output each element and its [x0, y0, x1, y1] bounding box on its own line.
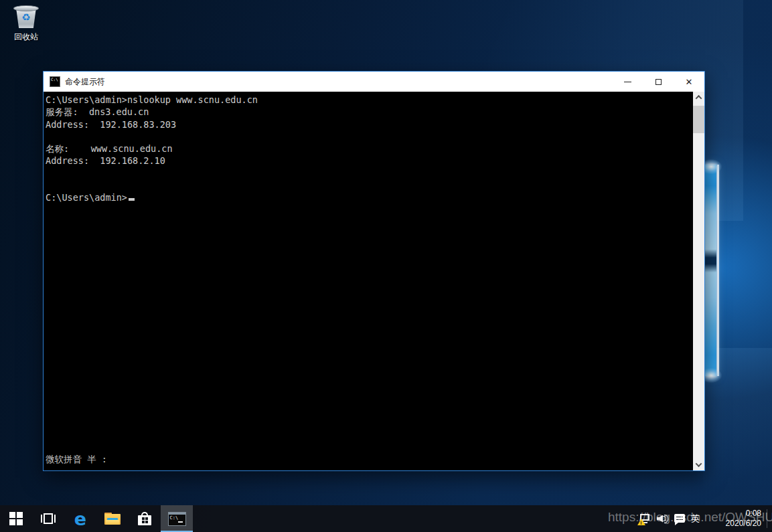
- speaker-icon[interactable]: [657, 514, 668, 524]
- console-output[interactable]: C:\Users\admin>nslookup www.scnu.edu.cn …: [44, 92, 693, 470]
- scroll-up-button[interactable]: [693, 92, 704, 103]
- taskbar-item-edge[interactable]: e: [64, 505, 96, 532]
- minimize-icon: [624, 82, 631, 82]
- windows-logo-icon: [9, 512, 23, 525]
- titlebar[interactable]: C:\ 命令提示符 ✕: [44, 72, 704, 92]
- taskbar-item-store[interactable]: [129, 505, 161, 532]
- chevron-down-icon: [696, 460, 702, 467]
- console-line: 名称: www.scnu.edu.cn: [46, 143, 693, 155]
- wallpaper-window-glow: [703, 165, 720, 376]
- console-line: 服务器: dns3.edu.cn: [46, 106, 693, 118]
- recycle-bin-label: 回收站: [7, 31, 46, 43]
- ime-status-line: 微软拼音 半 :: [46, 454, 107, 466]
- clock-date: 2020/6/20: [726, 519, 761, 529]
- cmd-window-icon[interactable]: C:\: [50, 76, 60, 87]
- console-line: [46, 167, 693, 179]
- taskbar-clock[interactable]: 0:08 2020/6/20: [726, 505, 761, 532]
- task-view-button[interactable]: [32, 505, 64, 532]
- console-prompt: C:\Users\admin>: [46, 192, 127, 203]
- tray-divider: [767, 509, 767, 528]
- show-desktop-button[interactable]: [768, 505, 772, 532]
- taskbar-item-file-explorer[interactable]: [96, 505, 129, 532]
- scrollbar-thumb[interactable]: [693, 106, 704, 133]
- network-warning-icon[interactable]: [639, 514, 651, 524]
- text-cursor: [129, 198, 135, 201]
- clock-time: 0:08: [726, 509, 761, 519]
- chevron-up-icon: [696, 95, 702, 102]
- recycle-symbol-icon: ♻: [13, 11, 39, 24]
- store-icon: [138, 512, 151, 525]
- action-center-icon[interactable]: [674, 514, 685, 524]
- recycle-bin-shortcut[interactable]: ♻ 回收站: [7, 5, 46, 43]
- cmd-icon: C:\: [168, 512, 186, 526]
- close-icon: ✕: [686, 78, 693, 86]
- recycle-bin-icon: ♻: [13, 5, 39, 28]
- console-scrollbar[interactable]: [693, 92, 704, 470]
- close-button[interactable]: ✕: [674, 72, 704, 92]
- scroll-down-button[interactable]: [693, 459, 704, 470]
- maximize-button[interactable]: [643, 72, 674, 92]
- console-line: Address: 192.168.83.203: [46, 118, 693, 130]
- console-prompt-line: C:\Users\admin>: [46, 191, 693, 203]
- task-view-icon: [41, 513, 56, 524]
- taskbar: e C:\: [0, 505, 772, 532]
- cmd-window: C:\ 命令提示符 ✕ C:\Users\admin>nslookup www.…: [43, 71, 705, 471]
- console-line: C:\Users\admin>nslookup www.scnu.edu.cn: [46, 94, 693, 106]
- minimize-button[interactable]: [612, 72, 643, 92]
- console-line: [46, 179, 693, 191]
- taskbar-item-cmd-active[interactable]: C:\: [161, 505, 193, 532]
- maximize-icon: [655, 79, 662, 85]
- folder-icon: [104, 513, 121, 525]
- console-line: Address: 192.168.2.10: [46, 155, 693, 167]
- edge-icon: e: [74, 510, 86, 528]
- console-line: [46, 130, 693, 143]
- window-title: 命令提示符: [65, 76, 105, 88]
- start-button[interactable]: [0, 505, 32, 532]
- ime-language-indicator[interactable]: 英: [691, 513, 700, 525]
